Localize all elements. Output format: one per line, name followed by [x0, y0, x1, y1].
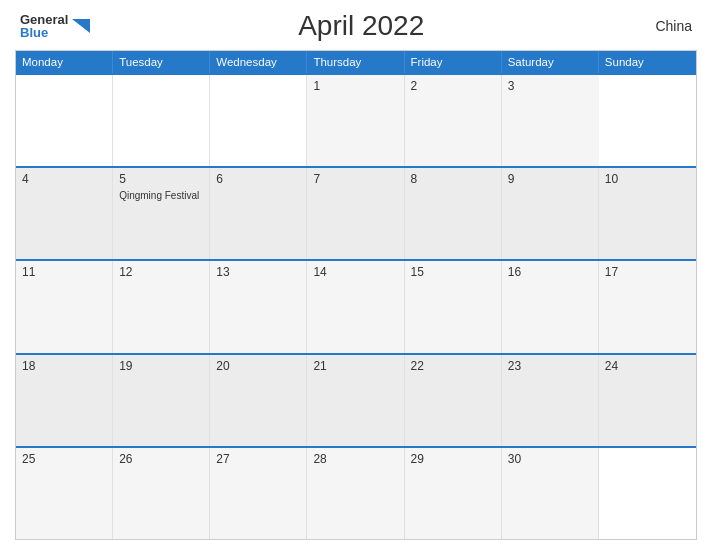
cal-cell-apr5: 5 Qingming Festival: [113, 168, 210, 259]
cal-cell-apr14: 14: [307, 261, 404, 352]
cal-cell-apr17: 17: [599, 261, 696, 352]
cal-cell-apr4: 4: [16, 168, 113, 259]
day-number: 22: [411, 359, 495, 373]
day-number: 18: [22, 359, 106, 373]
cal-cell-apr27: 27: [210, 448, 307, 539]
event-qingming: Qingming Festival: [119, 189, 203, 202]
cal-cell-apr19: 19: [113, 355, 210, 446]
cal-cell-apr29: 29: [405, 448, 502, 539]
day-number: 26: [119, 452, 203, 466]
day-number: 30: [508, 452, 592, 466]
weekday-wednesday: Wednesday: [210, 51, 307, 73]
weekday-friday: Friday: [405, 51, 502, 73]
country-label: China: [632, 18, 692, 34]
weekday-monday: Monday: [16, 51, 113, 73]
day-number: 15: [411, 265, 495, 279]
cal-cell-apr23: 23: [502, 355, 599, 446]
day-number: 8: [411, 172, 495, 186]
day-number: 28: [313, 452, 397, 466]
logo-blue-text: Blue: [20, 26, 68, 39]
cal-cell-apr7: 7: [307, 168, 404, 259]
page: General Blue April 2022 China Monday Tue…: [0, 0, 712, 550]
day-number: 4: [22, 172, 106, 186]
calendar-title: April 2022: [90, 10, 632, 42]
day-number: 2: [411, 79, 495, 93]
cal-cell-apr16: 16: [502, 261, 599, 352]
cal-cell-apr22: 22: [405, 355, 502, 446]
cal-cell-apr26: 26: [113, 448, 210, 539]
day-number: 19: [119, 359, 203, 373]
calendar-row-4: 18 19 20 21 22 23 24: [16, 353, 696, 446]
day-number: 1: [313, 79, 397, 93]
cal-cell-apr30: 30: [502, 448, 599, 539]
cal-cell-apr28: 28: [307, 448, 404, 539]
cal-cell-apr9: 9: [502, 168, 599, 259]
cal-cell-apr24: 24: [599, 355, 696, 446]
day-number: 13: [216, 265, 300, 279]
day-number: 10: [605, 172, 690, 186]
weekday-sunday: Sunday: [599, 51, 696, 73]
calendar-row-2: 4 5 Qingming Festival 6 7 8 9: [16, 166, 696, 259]
day-number: 25: [22, 452, 106, 466]
logo-flag-icon: [72, 19, 90, 33]
cal-cell-apr1: 1: [307, 75, 404, 166]
cal-cell-apr10: 10: [599, 168, 696, 259]
cal-cell-empty-end: [599, 448, 696, 539]
cal-cell-empty-2: [113, 75, 210, 166]
calendar-row-1: 1 2 3: [16, 73, 696, 166]
weekday-tuesday: Tuesday: [113, 51, 210, 73]
cal-cell-apr25: 25: [16, 448, 113, 539]
day-number: 3: [508, 79, 593, 93]
day-number: 21: [313, 359, 397, 373]
day-number: 5: [119, 172, 203, 186]
svg-marker-0: [72, 19, 90, 33]
day-number: 17: [605, 265, 690, 279]
day-number: 29: [411, 452, 495, 466]
cal-cell-apr15: 15: [405, 261, 502, 352]
header: General Blue April 2022 China: [15, 10, 697, 42]
cal-cell-empty-1: [16, 75, 113, 166]
day-number: 20: [216, 359, 300, 373]
weekday-thursday: Thursday: [307, 51, 404, 73]
cal-cell-apr8: 8: [405, 168, 502, 259]
calendar-row-3: 11 12 13 14 15 16 17: [16, 259, 696, 352]
cal-cell-apr18: 18: [16, 355, 113, 446]
day-number: 24: [605, 359, 690, 373]
cal-cell-apr12: 12: [113, 261, 210, 352]
day-number: 16: [508, 265, 592, 279]
calendar: Monday Tuesday Wednesday Thursday Friday…: [15, 50, 697, 540]
day-number: 23: [508, 359, 592, 373]
cal-cell-apr3: 3: [502, 75, 599, 166]
day-number: 12: [119, 265, 203, 279]
day-number: 14: [313, 265, 397, 279]
cal-cell-apr2: 2: [405, 75, 502, 166]
calendar-row-5: 25 26 27 28 29 30: [16, 446, 696, 539]
cal-cell-apr6: 6: [210, 168, 307, 259]
day-number: 7: [313, 172, 397, 186]
calendar-header: Monday Tuesday Wednesday Thursday Friday…: [16, 51, 696, 73]
cal-cell-apr11: 11: [16, 261, 113, 352]
day-number: 6: [216, 172, 300, 186]
day-number: 11: [22, 265, 106, 279]
weekday-saturday: Saturday: [502, 51, 599, 73]
cal-cell-empty-3: [210, 75, 307, 166]
cal-cell-apr21: 21: [307, 355, 404, 446]
cal-cell-apr20: 20: [210, 355, 307, 446]
logo: General Blue: [20, 13, 90, 39]
day-number: 27: [216, 452, 300, 466]
cal-cell-apr13: 13: [210, 261, 307, 352]
calendar-body: 1 2 3 4 5 Qingming Festival: [16, 73, 696, 539]
day-number: 9: [508, 172, 592, 186]
